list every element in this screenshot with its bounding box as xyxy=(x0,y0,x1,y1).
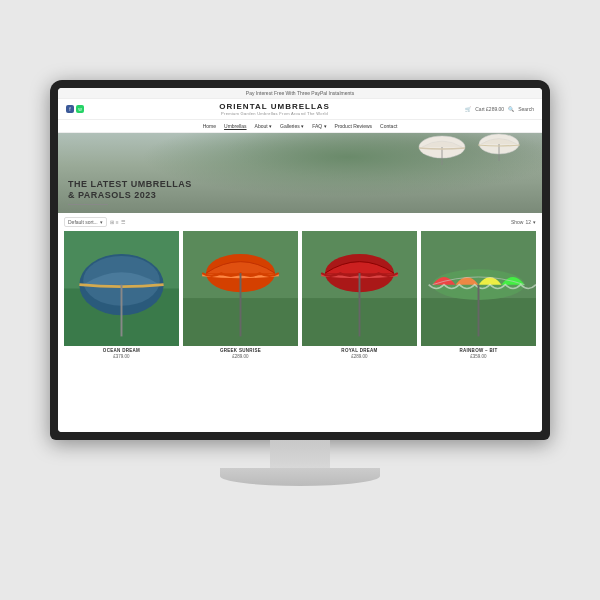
product-name-royal-dream: ROYAL DREAM xyxy=(302,348,417,353)
monitor-screen-inner: Pay Interest Free With Three PayPal Inst… xyxy=(58,88,542,432)
nav-galleries[interactable]: Galleries ▾ xyxy=(280,123,304,129)
cart-text[interactable]: Cart £289.00 xyxy=(475,106,504,112)
products-area: Default sort... ▾ ⊞ ≡ ☰ Show 12 xyxy=(58,213,542,432)
product-name-greek-sunrise: GREEK SUNRISE xyxy=(183,348,298,353)
show-control: Show 12 ▾ xyxy=(511,219,536,225)
monitor-screen-outer: Pay Interest Free With Three PayPal Inst… xyxy=(50,80,550,440)
sort-dropdown[interactable]: Default sort... ▾ xyxy=(64,217,107,227)
ocean-dream-svg xyxy=(64,231,179,346)
search-text[interactable]: Search xyxy=(518,106,534,112)
hero-heading2: & PARASOLS 2023 xyxy=(68,190,192,202)
hero-umbrella-2 xyxy=(477,133,522,161)
site-subtitle: Premium Garden Umbrellas From Around The… xyxy=(84,111,465,116)
top-banner: Pay Interest Free With Three PayPal Inst… xyxy=(58,88,542,99)
product-name-ocean-dream: OCEAN DREAM xyxy=(64,348,179,353)
show-count: 12 xyxy=(525,219,531,225)
product-image-rainbow xyxy=(421,231,536,346)
umbrella-svg-1 xyxy=(417,135,467,165)
product-price-rainbow: £359.00 xyxy=(421,354,536,359)
product-card-greek-sunrise[interactable]: GREEK SUNRISE £289.00 xyxy=(183,231,298,359)
umbrella-svg-2 xyxy=(477,133,522,161)
hero-text: THE LATEST UMBRELLAS & PARASOLS 2023 xyxy=(68,179,192,205)
product-price-greek-sunrise: £289.00 xyxy=(183,354,298,359)
whatsapp-icon[interactable]: w xyxy=(76,105,84,113)
show-label: Show xyxy=(511,219,524,225)
rainbow-svg xyxy=(421,231,536,346)
royal-dream-svg xyxy=(302,231,417,346)
product-price-royal-dream: £289.00 xyxy=(302,354,417,359)
hero-divider xyxy=(68,204,108,205)
header-center: ORIENTAL UMBRELLAS Premium Garden Umbrel… xyxy=(84,102,465,116)
products-toolbar: Default sort... ▾ ⊞ ≡ ☰ Show 12 xyxy=(64,217,536,227)
product-image-ocean-dream xyxy=(64,231,179,346)
monitor-stand-neck xyxy=(270,440,330,468)
product-card-ocean-dream[interactable]: OCEAN DREAM £379.00 xyxy=(64,231,179,359)
product-image-greek-sunrise xyxy=(183,231,298,346)
header-right: 🛒 Cart £289.00 🔍 Search xyxy=(465,106,534,112)
nav-contact[interactable]: Contact xyxy=(380,123,397,129)
nav-reviews[interactable]: Product Reviews xyxy=(335,123,373,129)
sort-label: Default sort... xyxy=(68,219,98,225)
site-header: f w ORIENTAL UMBRELLAS Premium Garden Um… xyxy=(58,99,542,120)
product-name-rainbow: RAINBOW – BIT xyxy=(421,348,536,353)
grid-view-icon[interactable]: ⊞ xyxy=(110,219,114,225)
products-grid: OCEAN DREAM £379.00 xyxy=(64,231,536,359)
view-icons: ⊞ ≡ ☰ xyxy=(110,219,125,225)
list-view-icon[interactable]: ≡ xyxy=(116,219,119,225)
product-card-royal-dream[interactable]: ROYAL DREAM £289.00 xyxy=(302,231,417,359)
cart-icon[interactable]: 🛒 xyxy=(465,106,471,112)
nav-faq[interactable]: FAQ ▾ xyxy=(312,123,326,129)
product-image-royal-dream xyxy=(302,231,417,346)
hero-umbrella-1 xyxy=(417,135,467,165)
product-card-rainbow[interactable]: RAINBOW – BIT £359.00 xyxy=(421,231,536,359)
site-title: ORIENTAL UMBRELLAS xyxy=(84,102,465,111)
website: Pay Interest Free With Three PayPal Inst… xyxy=(58,88,542,432)
hero-section: THE LATEST UMBRELLAS & PARASOLS 2023 xyxy=(58,133,542,213)
search-icon[interactable]: 🔍 xyxy=(508,106,514,112)
nav-umbrellas[interactable]: Umbrellas xyxy=(224,123,247,129)
greek-sunrise-svg xyxy=(183,231,298,346)
monitor-stand-base xyxy=(220,468,380,486)
monitor: Pay Interest Free With Three PayPal Inst… xyxy=(40,80,560,520)
nav-about[interactable]: About ▾ xyxy=(255,123,272,129)
banner-text: Pay Interest Free With Three PayPal Inst… xyxy=(246,90,354,96)
show-chevron: ▾ xyxy=(533,219,536,225)
product-price-ocean-dream: £379.00 xyxy=(64,354,179,359)
sort-chevron: ▾ xyxy=(100,219,103,225)
compact-view-icon[interactable]: ☰ xyxy=(121,219,125,225)
site-nav: Home Umbrellas About ▾ Galleries ▾ FAQ ▾… xyxy=(58,120,542,133)
header-social: f w xyxy=(66,105,84,113)
hero-heading: THE LATEST UMBRELLAS xyxy=(68,179,192,191)
nav-home[interactable]: Home xyxy=(203,123,216,129)
facebook-icon[interactable]: f xyxy=(66,105,74,113)
